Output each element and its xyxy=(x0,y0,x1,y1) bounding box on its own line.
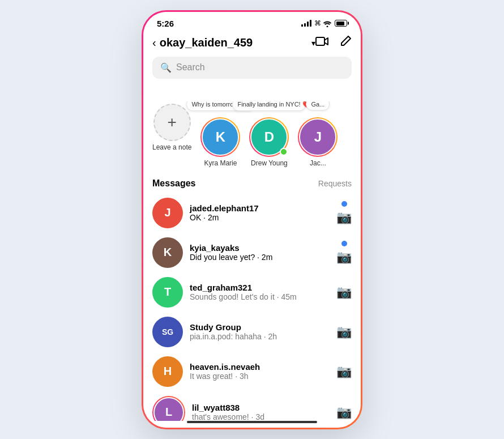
avatar-heaven-is-nevaeh: H xyxy=(152,356,183,387)
add-story-avatar[interactable]: + xyxy=(153,104,191,141)
camera-icon[interactable]: 📷 xyxy=(336,405,352,420)
search-icon: 🔍 xyxy=(160,62,172,73)
stories-section: + Leave a note Why is tomorrow Monday!? … xyxy=(143,86,361,176)
search-container: 🔍 Search xyxy=(143,57,361,86)
message-item-study-group[interactable]: SG Study Group pia.in.a.pod: hahaha · 2h… xyxy=(143,312,361,352)
messages-header: Messages Requests xyxy=(143,176,361,193)
kyra-avatar: K xyxy=(202,118,239,156)
msg-preview: Sounds good! Let's do it · 45m xyxy=(190,292,330,301)
camera-icon[interactable]: 📷 xyxy=(336,285,352,300)
msg-preview: that's awesome! · 3d xyxy=(192,412,330,421)
story-item-kyra-marie[interactable]: Why is tomorrow Monday!? 😅 K Kyra Marie xyxy=(200,117,240,167)
message-list: J jaded.elephant17 OK · 2m 📷 K kyia_kaya… xyxy=(143,193,361,421)
video-call-icon[interactable] xyxy=(315,36,329,50)
camera-icon[interactable]: 📷 xyxy=(336,250,352,265)
msg-content-study-group: Study Group pia.in.a.pod: hahaha · 2h xyxy=(190,322,330,341)
status-icons: ⌘ xyxy=(301,19,347,27)
msg-right-heaven: 📷 xyxy=(336,364,352,379)
stories-row: + Leave a note Why is tomorrow Monday!? … xyxy=(143,101,361,176)
jac-ring: J xyxy=(298,117,338,157)
unread-indicator xyxy=(341,201,347,207)
msg-username: ted_graham321 xyxy=(190,283,330,292)
messages-title: Messages xyxy=(152,178,196,189)
chevron-down-icon[interactable]: ▾ xyxy=(311,39,315,48)
avatar-ted-graham321: T xyxy=(152,277,183,308)
status-time: 5:26 xyxy=(157,19,174,28)
phone-frame: 5:26 ⌘ xyxy=(142,10,362,429)
jac-note-bubble: Ga... xyxy=(306,101,330,110)
add-story-label: Leave a note xyxy=(152,143,191,151)
msg-right-ted: 📷 xyxy=(336,285,352,300)
msg-content-kyia-kayaks: kyia_kayaks Did you leave yet? · 2m xyxy=(190,243,330,262)
msg-username: heaven.is.nevaeh xyxy=(190,362,330,372)
status-bar: 5:26 ⌘ xyxy=(143,12,361,32)
svg-rect-0 xyxy=(316,37,324,45)
add-story-item[interactable]: + Leave a note xyxy=(152,104,191,167)
message-item-kyia-kayaks[interactable]: K kyia_kayaks Did you leave yet? · 2m 📷 xyxy=(143,233,361,272)
avatar-kyia-kayaks: K xyxy=(152,237,183,268)
signal-icon xyxy=(301,20,311,27)
story-item-drew-young[interactable]: Finally landing in NYC! ❤️ D Drew Young xyxy=(249,117,289,167)
msg-preview: OK · 2m xyxy=(190,213,330,222)
kyra-name: Kyra Marie xyxy=(204,159,237,167)
msg-right-study: 📷 xyxy=(336,325,352,339)
msg-right-lil: 📷 xyxy=(336,405,352,420)
unread-indicator xyxy=(341,241,347,246)
search-input[interactable]: Search xyxy=(176,62,205,73)
header-actions xyxy=(315,35,352,51)
msg-content-lil-wyatt838: lil_wyatt838 that's awesome! · 3d xyxy=(192,403,330,421)
search-bar[interactable]: 🔍 Search xyxy=(152,57,352,79)
msg-username: Study Group xyxy=(190,322,330,332)
story-item-jac[interactable]: Ga... J Jac... xyxy=(298,117,338,167)
jac-name: Jac... xyxy=(310,159,326,167)
screen: 5:26 ⌘ xyxy=(143,12,361,428)
msg-username: jaded.elephant17 xyxy=(190,203,330,213)
msg-preview: pia.in.a.pod: hahaha · 2h xyxy=(190,332,330,341)
avatar-jaded-elephant17: J xyxy=(152,198,183,228)
camera-icon[interactable]: 📷 xyxy=(336,325,352,339)
msg-content-heaven-is-nevaeh: heaven.is.nevaeh It was great! · 3h xyxy=(190,362,330,381)
message-item-heaven-is-nevaeh[interactable]: H heaven.is.nevaeh It was great! · 3h 📷 xyxy=(143,352,361,391)
message-item-lil-wyatt838[interactable]: L lil_wyatt838 that's awesome! · 3d 📷 xyxy=(143,391,361,421)
drew-note-bubble: Finally landing in NYC! ❤️ xyxy=(232,101,306,111)
msg-preview: Did you leave yet? · 2m xyxy=(190,253,330,262)
msg-content-jaded-elephant17: jaded.elephant17 OK · 2m xyxy=(190,203,330,222)
camera-icon[interactable]: 📷 xyxy=(336,210,352,225)
jac-avatar: J xyxy=(299,118,336,156)
msg-right-kyia: 📷 xyxy=(336,241,352,265)
back-button[interactable]: ‹ xyxy=(152,36,156,49)
message-item-ted-graham321[interactable]: T ted_graham321 Sounds good! Let's do it… xyxy=(143,272,361,312)
msg-username: lil_wyatt838 xyxy=(192,403,330,412)
msg-right-jaded: 📷 xyxy=(336,201,352,225)
battery-icon xyxy=(335,20,347,27)
msg-username: kyia_kayaks xyxy=(190,243,330,253)
camera-icon[interactable]: 📷 xyxy=(336,364,352,379)
msg-preview: It was great! · 3h xyxy=(190,372,330,381)
avatar-study-group: SG xyxy=(152,317,183,347)
kyra-ring: K xyxy=(200,117,240,157)
compose-icon[interactable] xyxy=(339,35,352,51)
drew-name: Drew Young xyxy=(251,159,288,167)
online-indicator xyxy=(280,148,288,156)
msg-content-ted-graham321: ted_graham321 Sounds good! Let's do it ·… xyxy=(190,283,330,301)
avatar-lil-wyatt838: L xyxy=(152,396,185,421)
wifi-icon: ⌘ xyxy=(314,19,332,27)
nav-header: ‹ okay_kaiden_459 ▾ xyxy=(143,32,361,57)
username-title: okay_kaiden_459 xyxy=(160,36,310,49)
requests-link[interactable]: Requests xyxy=(318,179,352,188)
message-item-jaded-elephant17[interactable]: J jaded.elephant17 OK · 2m 📷 xyxy=(143,193,361,233)
home-indicator xyxy=(187,421,317,423)
